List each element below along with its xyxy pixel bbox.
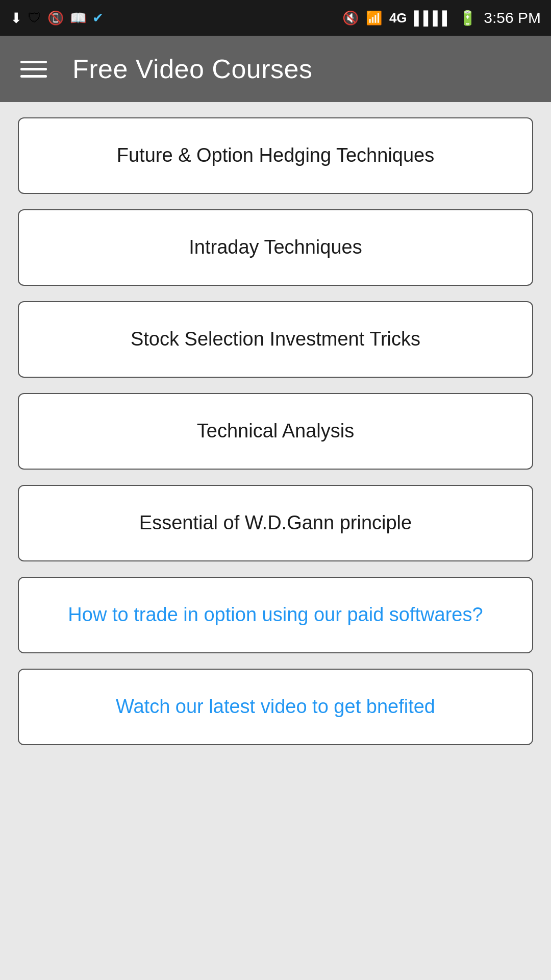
hamburger-line-1	[20, 61, 47, 63]
book-icon: 📖	[70, 10, 86, 26]
course-label-4: Technical Analysis	[197, 418, 354, 445]
course-card-2[interactable]: Intraday Techniques	[18, 209, 533, 286]
course-card-5[interactable]: Essential of W.D.Gann principle	[18, 485, 533, 561]
course-label-5: Essential of W.D.Gann principle	[139, 509, 412, 536]
page-title: Free Video Courses	[72, 54, 313, 84]
course-card-4[interactable]: Technical Analysis	[18, 393, 533, 470]
courses-list: Future & Option Hedging Techniques Intra…	[0, 102, 551, 776]
course-card-6[interactable]: How to trade in option using our paid so…	[18, 577, 533, 653]
course-label-3: Stock Selection Investment Tricks	[131, 326, 420, 353]
status-time: 3:56 PM	[484, 9, 541, 27]
course-label-7: Watch our latest video to get bnefited	[116, 693, 435, 720]
status-left-icons: ⬇ 🛡 📵 📖 ✔	[10, 10, 104, 27]
course-card-3[interactable]: Stock Selection Investment Tricks	[18, 301, 533, 378]
wifi-icon: 📶	[366, 10, 382, 26]
mute-icon: 🔇	[342, 10, 359, 26]
network-type: 4G	[389, 10, 407, 26]
hamburger-line-3	[20, 75, 47, 78]
course-card-1[interactable]: Future & Option Hedging Techniques	[18, 117, 533, 194]
status-bar: ⬇ 🛡 📵 📖 ✔ 🔇 📶 4G ▌▌▌▌ 🔋 3:56 PM	[0, 0, 551, 36]
nav-bar: Free Video Courses	[0, 36, 551, 102]
phone-icon: 📵	[47, 10, 64, 26]
shield-icon: 🛡	[28, 10, 41, 26]
battery-icon: 🔋	[459, 10, 477, 27]
course-label-1: Future & Option Hedging Techniques	[117, 142, 434, 169]
course-label-2: Intraday Techniques	[189, 234, 362, 261]
signal-icon: ▌▌▌▌	[414, 10, 452, 26]
hamburger-menu-button[interactable]	[20, 61, 47, 78]
hamburger-line-2	[20, 68, 47, 70]
course-label-6: How to trade in option using our paid so…	[68, 601, 483, 628]
download-icon: ⬇	[10, 10, 22, 27]
status-right-icons: 🔇 📶 4G ▌▌▌▌ 🔋 3:56 PM	[342, 9, 541, 27]
check-icon: ✔	[92, 10, 104, 26]
course-card-7[interactable]: Watch our latest video to get bnefited	[18, 669, 533, 745]
